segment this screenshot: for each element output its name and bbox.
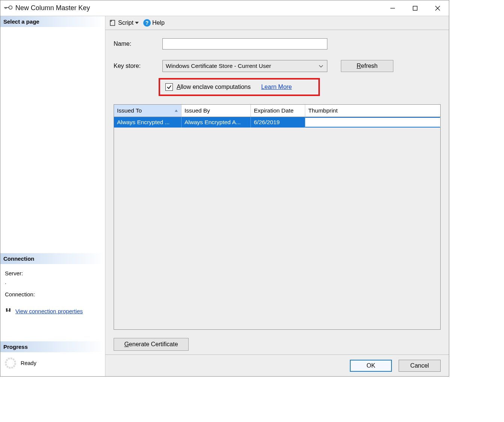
table-row[interactable]: Always Encrypted ... Always Encrypted A.…: [114, 117, 440, 128]
svg-rect-9: [6, 310, 8, 312]
svg-point-10: [9, 308, 11, 310]
name-label: Name:: [114, 41, 154, 47]
svg-marker-15: [175, 110, 178, 112]
certificates-grid: Issued To Issued By Expiration Date Thum…: [114, 104, 441, 330]
toolbar: Script ? Help: [105, 16, 449, 30]
sort-asc-icon: [174, 109, 178, 112]
sidebar: Select a page Connection Server: . Conne…: [0, 16, 105, 376]
keystore-select[interactable]: Windows Certificate Store - Current User: [162, 60, 327, 72]
sidebar-header-progress: Progress: [0, 341, 105, 352]
key-icon: [4, 5, 12, 11]
help-icon: ?: [143, 19, 151, 27]
view-connection-properties-link[interactable]: View connection properties: [15, 308, 83, 314]
cell-thumbprint[interactable]: [305, 117, 440, 128]
svg-rect-11: [9, 310, 10, 312]
connection-icon: [5, 307, 12, 315]
close-button[interactable]: [426, 0, 449, 16]
svg-marker-14: [135, 22, 139, 24]
column-header-thumbprint[interactable]: Thumbprint: [305, 105, 440, 117]
main-panel: Script ? Help Name: Key store: Windows C…: [105, 16, 449, 376]
script-label: Script: [118, 20, 134, 26]
sidebar-header-select-page: Select a page: [0, 16, 105, 27]
help-label: Help: [152, 20, 165, 26]
chevron-down-icon: [135, 21, 139, 24]
enclave-highlight-box: Allow enclave computations Learn More: [159, 78, 320, 96]
column-header-expiration[interactable]: Expiration Date: [251, 105, 305, 117]
keystore-label: Key store:: [114, 63, 154, 69]
cell-issued-to: Always Encrypted ...: [114, 117, 182, 128]
chevron-down-icon: [319, 63, 323, 69]
cancel-button[interactable]: Cancel: [399, 360, 441, 372]
svg-point-8: [6, 308, 8, 310]
name-input[interactable]: [162, 38, 327, 50]
titlebar: New Column Master Key: [0, 0, 449, 16]
window-title: New Column Master Key: [15, 4, 90, 12]
cell-issued-by: Always Encrypted A...: [182, 117, 251, 128]
ok-button[interactable]: OK: [350, 360, 392, 372]
progress-status: Ready: [21, 360, 36, 366]
refresh-button[interactable]: Refresh: [341, 60, 393, 72]
minimize-button[interactable]: [381, 0, 404, 16]
cell-expiration: 6/26/2019: [251, 117, 305, 128]
connection-label: Connection:: [5, 289, 100, 300]
allow-enclave-label: Allow enclave computations: [177, 84, 250, 90]
help-button[interactable]: ? Help: [143, 19, 165, 27]
script-dropdown[interactable]: Script: [109, 19, 139, 27]
allow-enclave-checkbox[interactable]: [165, 83, 173, 91]
server-value: .: [5, 279, 100, 289]
sidebar-header-connection: Connection: [0, 253, 105, 264]
svg-rect-5: [413, 6, 417, 10]
column-header-issued-to[interactable]: Issued To: [114, 105, 182, 117]
svg-point-0: [9, 6, 12, 9]
generate-certificate-button[interactable]: Generate Certificate: [114, 338, 189, 351]
maximize-button[interactable]: [404, 0, 426, 16]
server-label: Server:: [5, 268, 100, 279]
progress-spinner-icon: [5, 357, 16, 369]
learn-more-link[interactable]: Learn More: [261, 84, 292, 90]
keystore-value: Windows Certificate Store - Current User: [166, 63, 271, 69]
column-header-issued-by[interactable]: Issued By: [182, 105, 251, 117]
dialog-footer: OK Cancel: [105, 354, 449, 376]
svg-rect-13: [110, 20, 115, 26]
